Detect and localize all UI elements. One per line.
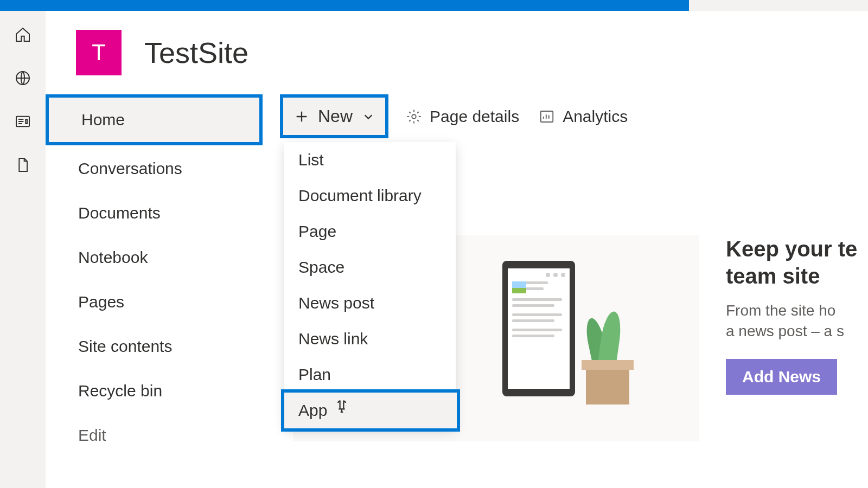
- nav-label: Documents: [78, 204, 161, 222]
- new-button-label: New: [318, 106, 353, 126]
- nav-item-site-contents[interactable]: Site contents: [46, 324, 263, 369]
- site-logo[interactable]: T: [76, 30, 122, 75]
- site-logo-letter: T: [92, 40, 106, 66]
- globe-icon[interactable]: [14, 69, 31, 87]
- dropdown-item-list[interactable]: List: [284, 142, 456, 178]
- dropdown-label: Document library: [298, 187, 422, 204]
- dropdown-item-page[interactable]: Page: [284, 214, 456, 249]
- hero-tablet-illustration: [502, 261, 575, 396]
- dropdown-label: Page: [298, 222, 336, 240]
- nav-item-pages[interactable]: Pages: [46, 280, 263, 324]
- news-title: Keep your te team site: [726, 235, 857, 290]
- add-news-label: Add News: [742, 368, 821, 386]
- left-nav: Home Conversations Documents Notebook Pa…: [46, 94, 263, 458]
- files-icon[interactable]: [14, 156, 31, 174]
- svg-rect-3: [541, 111, 553, 122]
- nav-label: Conversations: [78, 159, 182, 177]
- gear-icon: [406, 108, 422, 125]
- nav-label: Notebook: [78, 248, 148, 266]
- dropdown-label: Plan: [298, 365, 331, 383]
- add-news-button[interactable]: Add News: [726, 359, 837, 395]
- hero-plant-illustration: [586, 311, 629, 404]
- dropdown-label: News link: [298, 330, 368, 348]
- dropdown-label: News post: [298, 294, 374, 312]
- news-description: From the site ho a news post – a s: [726, 300, 857, 342]
- nav-item-home[interactable]: Home: [46, 94, 263, 145]
- app-rail: [0, 11, 46, 488]
- nav-item-recycle-bin[interactable]: Recycle bin: [46, 369, 263, 413]
- news-desc-line1: From the site ho: [726, 302, 835, 319]
- dropdown-item-plan[interactable]: Plan: [284, 357, 456, 393]
- dropdown-label: App: [298, 401, 327, 419]
- main-content: T TestSite Home Conversations Documents …: [46, 11, 868, 488]
- page-details-button[interactable]: Page details: [404, 107, 521, 126]
- nav-item-notebook[interactable]: Notebook: [46, 235, 263, 280]
- news-title-line2: team site: [726, 264, 820, 288]
- site-header: T TestSite: [46, 11, 868, 94]
- news-icon[interactable]: [14, 113, 31, 130]
- home-icon[interactable]: [14, 26, 31, 43]
- svg-point-2: [412, 114, 416, 119]
- nav-edit-link[interactable]: Edit: [46, 413, 263, 458]
- news-desc-line2: a news post – a s: [726, 323, 844, 339]
- site-title: TestSite: [144, 36, 248, 69]
- dropdown-item-document-library[interactable]: Document library: [284, 178, 456, 214]
- news-column: Keep your te team site From the site ho …: [726, 235, 857, 395]
- dropdown-item-news-link[interactable]: News link: [284, 321, 456, 357]
- chevron-down-icon: [362, 111, 374, 123]
- suite-bar: [0, 0, 868, 11]
- dropdown-item-news-post[interactable]: News post: [284, 285, 456, 321]
- analytics-button[interactable]: Analytics: [537, 107, 630, 126]
- dropdown-label: Space: [298, 258, 344, 276]
- dropdown-item-app[interactable]: App: [281, 389, 460, 432]
- nav-label: Home: [81, 111, 125, 129]
- nav-item-conversations[interactable]: Conversations: [46, 146, 263, 191]
- nav-edit-label: Edit: [78, 426, 106, 444]
- command-bar: New Page details Analytics: [280, 94, 630, 138]
- nav-label: Recycle bin: [78, 382, 162, 400]
- new-button[interactable]: New: [280, 94, 388, 138]
- plus-icon: [294, 109, 309, 124]
- dropdown-label: List: [298, 151, 324, 169]
- analytics-label: Analytics: [563, 107, 628, 126]
- news-title-line1: Keep your te: [726, 237, 857, 261]
- nav-label: Pages: [78, 293, 124, 311]
- new-dropdown: List Document library Page Space News po…: [284, 142, 456, 428]
- nav-label: Site contents: [78, 337, 172, 355]
- dropdown-item-space[interactable]: Space: [284, 249, 456, 285]
- analytics-icon: [539, 108, 555, 125]
- page-details-label: Page details: [430, 107, 519, 126]
- nav-item-documents[interactable]: Documents: [46, 191, 263, 235]
